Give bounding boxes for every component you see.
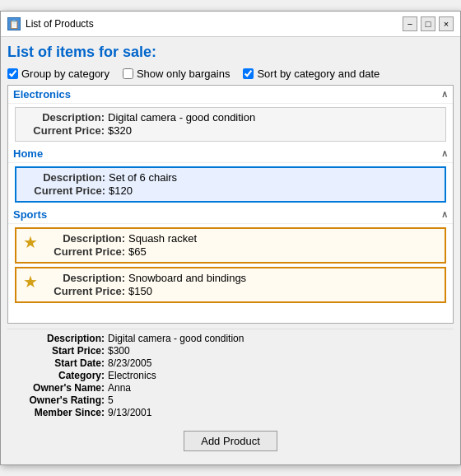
toolbar: Group by category Show only bargains Sor… bbox=[7, 68, 454, 80]
product-price-row: Current Price: $65 bbox=[43, 245, 438, 258]
detail-category-row: Category: Electronics bbox=[14, 370, 447, 381]
product-list: Electronics ∧ Description: Digital camer… bbox=[7, 85, 454, 324]
description-value: Squash racket bbox=[128, 232, 197, 245]
detail-panel: Description: Digital camera - good condi… bbox=[7, 329, 454, 422]
main-window: 📋 List of Products − □ × List of items f… bbox=[0, 11, 461, 465]
detail-description-label: Description: bbox=[14, 333, 105, 344]
price-label: Current Price: bbox=[23, 184, 105, 197]
title-bar: 📋 List of Products − □ × bbox=[1, 12, 460, 37]
detail-start-price-row: Start Price: $300 bbox=[14, 345, 447, 357]
title-bar-controls: − □ × bbox=[403, 16, 454, 31]
category-header-home: Home ∧ bbox=[8, 145, 453, 163]
maximize-button[interactable]: □ bbox=[421, 16, 435, 31]
sports-collapse-icon[interactable]: ∧ bbox=[441, 209, 448, 220]
detail-description-value: Digital camera - good condition bbox=[108, 333, 244, 344]
price-value: $120 bbox=[109, 184, 133, 197]
product-description-row: Description: Set of 6 chairs bbox=[23, 171, 438, 184]
detail-start-price-value: $300 bbox=[108, 345, 130, 357]
list-item[interactable]: ★ Description: Squash racket Current Pri… bbox=[15, 227, 446, 264]
product-description-row: Description: Squash racket bbox=[43, 232, 438, 245]
detail-owner-rating-value: 5 bbox=[108, 394, 114, 406]
add-product-button[interactable]: Add Product bbox=[184, 431, 277, 451]
list-item[interactable]: Description: Set of 6 chairs Current Pri… bbox=[15, 166, 446, 203]
detail-owner-name-value: Anna bbox=[108, 382, 131, 394]
detail-start-date-value: 8/23/2005 bbox=[108, 357, 151, 369]
electronics-collapse-icon[interactable]: ∧ bbox=[441, 89, 448, 100]
sort-by-category-date-input[interactable] bbox=[243, 68, 254, 79]
product-price-row: Current Price: $320 bbox=[22, 124, 439, 137]
price-value: $320 bbox=[108, 124, 132, 137]
group-by-category-checkbox[interactable]: Group by category bbox=[7, 68, 109, 80]
category-header-sports: Sports ∧ bbox=[8, 206, 453, 224]
product-text: Description: Squash racket Current Price… bbox=[43, 232, 438, 259]
description-value: Snowboard and bindings bbox=[128, 272, 246, 284]
product-price-row: Current Price: $150 bbox=[43, 285, 438, 297]
product-text: Description: Snowboard and bindings Curr… bbox=[43, 272, 438, 298]
window-body: List of items for sale: Group by categor… bbox=[1, 37, 460, 464]
product-description-row: Description: Snowboard and bindings bbox=[43, 272, 438, 284]
detail-member-since-row: Member Since: 9/13/2001 bbox=[14, 407, 447, 418]
detail-member-since-label: Member Since: bbox=[14, 407, 105, 418]
description-label: Description: bbox=[43, 232, 125, 245]
product-price-row: Current Price: $120 bbox=[23, 184, 438, 197]
description-label: Description: bbox=[43, 272, 125, 284]
category-name-electronics: Electronics bbox=[13, 88, 71, 100]
price-value: $150 bbox=[128, 285, 152, 297]
bargain-star-icon: ★ bbox=[23, 234, 38, 250]
description-value: Digital camera - good condition bbox=[108, 111, 255, 124]
close-button[interactable]: × bbox=[439, 16, 454, 31]
detail-owner-name-row: Owner's Name: Anna bbox=[14, 382, 447, 394]
category-name-home: Home bbox=[13, 147, 43, 160]
sort-by-category-date-checkbox[interactable]: Sort by category and date bbox=[243, 68, 380, 80]
price-label: Current Price: bbox=[22, 124, 105, 137]
title-bar-left: 📋 List of Products bbox=[7, 17, 94, 30]
show-only-bargains-label: Show only bargains bbox=[137, 68, 230, 80]
window-icon: 📋 bbox=[7, 17, 21, 30]
price-label: Current Price: bbox=[43, 285, 125, 297]
detail-owner-rating-row: Owner's Rating: 5 bbox=[14, 394, 447, 406]
list-item[interactable]: Description: Digital camera - good condi… bbox=[15, 107, 446, 142]
price-label: Current Price: bbox=[43, 245, 125, 258]
page-heading: List of items for sale: bbox=[7, 44, 454, 61]
detail-owner-name-label: Owner's Name: bbox=[14, 382, 105, 394]
description-label: Description: bbox=[22, 111, 105, 124]
category-header-electronics: Electronics ∧ bbox=[8, 86, 453, 104]
show-only-bargains-input[interactable] bbox=[123, 68, 133, 79]
group-by-category-label: Group by category bbox=[21, 68, 109, 80]
category-name-sports: Sports bbox=[13, 208, 47, 221]
show-only-bargains-checkbox[interactable]: Show only bargains bbox=[123, 68, 230, 80]
detail-start-price-label: Start Price: bbox=[14, 345, 105, 357]
detail-start-date-label: Start Date: bbox=[14, 357, 105, 369]
detail-start-date-row: Start Date: 8/23/2005 bbox=[14, 357, 447, 369]
detail-owner-rating-label: Owner's Rating: bbox=[14, 394, 105, 406]
detail-description-row: Description: Digital camera - good condi… bbox=[14, 333, 447, 344]
price-value: $65 bbox=[128, 245, 147, 258]
product-description-row: Description: Digital camera - good condi… bbox=[22, 111, 439, 124]
bottom-bar: Add Product bbox=[7, 427, 454, 458]
group-by-category-input[interactable] bbox=[7, 68, 18, 79]
detail-category-value: Electronics bbox=[108, 370, 156, 381]
minimize-button[interactable]: − bbox=[403, 16, 417, 31]
detail-category-label: Category: bbox=[14, 370, 105, 381]
sort-by-category-date-label: Sort by category and date bbox=[257, 68, 380, 80]
description-label: Description: bbox=[23, 171, 105, 184]
detail-member-since-value: 9/13/2001 bbox=[108, 407, 151, 418]
list-item[interactable]: ★ Description: Snowboard and bindings Cu… bbox=[15, 267, 446, 303]
home-collapse-icon[interactable]: ∧ bbox=[441, 148, 448, 159]
window-title: List of Products bbox=[26, 18, 94, 30]
bargain-star-icon: ★ bbox=[23, 273, 38, 290]
description-value: Set of 6 chairs bbox=[109, 171, 177, 184]
